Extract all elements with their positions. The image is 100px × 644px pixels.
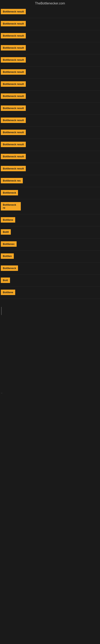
row-22: Bottleneck — [0, 263, 100, 275]
row-10: Bottleneck result — [0, 115, 100, 127]
row-16: Bottleneck — [0, 187, 100, 199]
bottleneck-badge-18[interactable]: Bottlene — [1, 217, 15, 222]
row-6: Bottleneck result — [0, 66, 100, 78]
bottleneck-badge-19[interactable]: Bottl — [1, 229, 11, 235]
bottleneck-badge-22[interactable]: Bottleneck — [1, 266, 18, 271]
row-4: Bottleneck result — [0, 42, 100, 54]
row-2: Bottleneck result — [0, 18, 100, 30]
bottleneck-badge-4[interactable]: Bottleneck result — [1, 45, 26, 50]
bottleneck-badge-13[interactable]: Bottleneck result — [1, 154, 26, 159]
bottleneck-badge-14[interactable]: Bottleneck result — [1, 166, 26, 171]
row-3: Bottleneck result — [0, 30, 100, 42]
row-11: Bottleneck result — [0, 127, 100, 139]
bottleneck-badge-12[interactable]: Bottleneck result — [1, 142, 26, 147]
bottleneck-badge-7[interactable]: Bottleneck result — [1, 81, 26, 87]
row-23: Bott — [0, 275, 100, 287]
bottleneck-badge-21[interactable]: Bottlen — [1, 253, 14, 259]
bottleneck-badge-1[interactable]: Bottleneck result — [1, 9, 26, 14]
row-12: Bottleneck result — [0, 139, 100, 151]
row-15: Bottleneck res — [0, 175, 100, 187]
row-17: Bottleneck re — [0, 199, 100, 214]
vertical-indicator — [1, 307, 1, 315]
bottleneck-badge-16[interactable]: Bottleneck — [1, 190, 18, 196]
bottleneck-badge-8[interactable]: Bottleneck result — [1, 94, 26, 99]
lower-chart-area: ... — [0, 299, 100, 530]
bottleneck-badge-23[interactable]: Bott — [1, 278, 10, 283]
row-8: Bottleneck result — [0, 90, 100, 103]
bottleneck-badge-11[interactable]: Bottleneck result — [1, 130, 26, 135]
bottleneck-badge-2[interactable]: Bottleneck result — [1, 21, 26, 26]
row-21: Bottlen — [0, 250, 100, 263]
site-title: TheBottlenecker.com — [0, 0, 100, 6]
chart-small-label: ... — [1, 392, 2, 394]
bottleneck-badge-15[interactable]: Bottleneck res — [1, 178, 23, 183]
bottleneck-badge-5[interactable]: Bottleneck result — [1, 57, 26, 62]
row-14: Bottleneck result — [0, 163, 100, 175]
bottleneck-badge-10[interactable]: Bottleneck result — [1, 118, 26, 123]
row-5: Bottleneck result — [0, 54, 100, 66]
bottleneck-badge-9[interactable]: Bottleneck result — [1, 106, 26, 111]
row-24: Bottlene — [0, 287, 100, 299]
row-20: Bottlenec — [0, 238, 100, 250]
row-18: Bottlene — [0, 214, 100, 226]
row-13: Bottleneck result — [0, 151, 100, 163]
bottleneck-badge-17[interactable]: Bottleneck re — [1, 202, 21, 210]
row-7: Bottleneck result — [0, 78, 100, 90]
bottleneck-badge-6[interactable]: Bottleneck result — [1, 69, 26, 75]
row-19: Bottl — [0, 226, 100, 238]
row-1: Bottleneck result — [0, 6, 100, 18]
bottleneck-badge-3[interactable]: Bottleneck result — [1, 33, 26, 38]
page-wrapper: TheBottlenecker.com Bottleneck result Bo… — [0, 0, 100, 644]
bottleneck-badge-20[interactable]: Bottlenec — [1, 241, 17, 247]
bottleneck-badge-24[interactable]: Bottlene — [1, 290, 15, 295]
row-9: Bottleneck result — [0, 103, 100, 115]
